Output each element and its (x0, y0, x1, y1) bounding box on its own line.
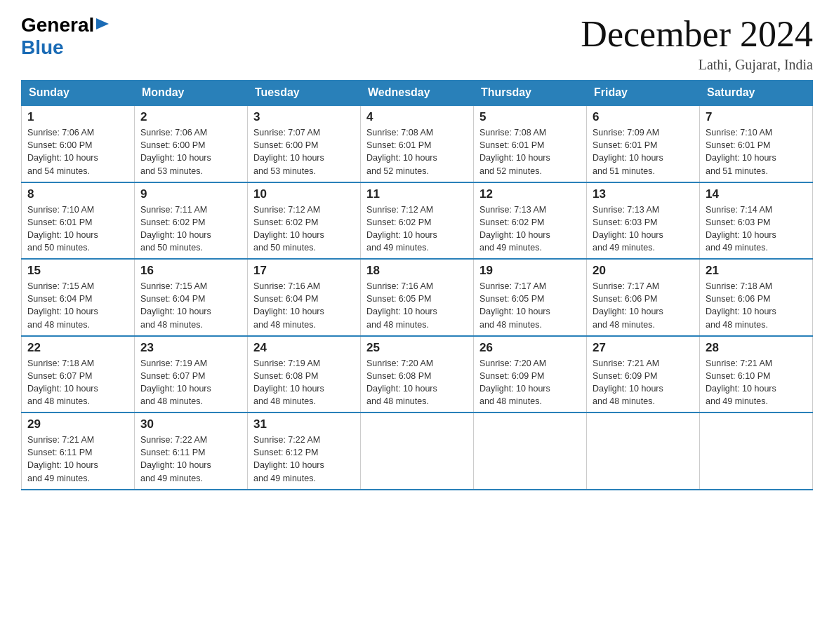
day-info: Sunrise: 7:22 AMSunset: 6:12 PMDaylight:… (253, 434, 355, 485)
day-info: Sunrise: 7:08 AMSunset: 6:01 PMDaylight:… (366, 126, 468, 177)
table-row: 27Sunrise: 7:21 AMSunset: 6:09 PMDayligh… (587, 336, 700, 413)
table-row: 16Sunrise: 7:15 AMSunset: 6:04 PMDayligh… (135, 259, 248, 336)
day-number: 20 (593, 264, 694, 278)
day-info: Sunrise: 7:13 AMSunset: 6:02 PMDaylight:… (479, 203, 581, 255)
day-info: Sunrise: 7:17 AMSunset: 6:06 PMDaylight:… (593, 280, 694, 331)
week-row-1: 1Sunrise: 7:06 AMSunset: 6:00 PMDaylight… (22, 105, 813, 182)
day-info: Sunrise: 7:16 AMSunset: 6:04 PMDaylight:… (253, 280, 355, 331)
table-row: 24Sunrise: 7:19 AMSunset: 6:08 PMDayligh… (248, 336, 361, 413)
table-row: 30Sunrise: 7:22 AMSunset: 6:11 PMDayligh… (135, 412, 248, 490)
day-info: Sunrise: 7:15 AMSunset: 6:04 PMDaylight:… (27, 280, 128, 331)
title-section: December 2024 Lathi, Gujarat, India (581, 14, 813, 73)
header-thursday: Thursday (474, 81, 587, 106)
week-row-5: 29Sunrise: 7:21 AMSunset: 6:11 PMDayligh… (22, 412, 813, 490)
table-row (587, 412, 700, 490)
day-number: 14 (706, 187, 807, 201)
day-info: Sunrise: 7:18 AMSunset: 6:07 PMDaylight:… (27, 357, 128, 408)
day-number: 10 (253, 187, 355, 201)
table-row: 11Sunrise: 7:12 AMSunset: 6:02 PMDayligh… (361, 182, 474, 260)
day-number: 21 (706, 264, 807, 278)
week-row-3: 15Sunrise: 7:15 AMSunset: 6:04 PMDayligh… (22, 259, 813, 336)
table-row: 8Sunrise: 7:10 AMSunset: 6:01 PMDaylight… (22, 182, 135, 260)
day-info: Sunrise: 7:14 AMSunset: 6:03 PMDaylight:… (706, 203, 807, 255)
day-info: Sunrise: 7:06 AMSunset: 6:00 PMDaylight:… (27, 126, 128, 177)
day-info: Sunrise: 7:22 AMSunset: 6:11 PMDaylight:… (140, 434, 241, 485)
day-info: Sunrise: 7:16 AMSunset: 6:05 PMDaylight:… (366, 280, 468, 331)
table-row (474, 412, 587, 490)
logo-blue: Blue (21, 36, 64, 58)
header-monday: Monday (135, 81, 248, 106)
logo-triangle-icon (96, 17, 110, 31)
logo-general: General (21, 14, 94, 36)
week-row-2: 8Sunrise: 7:10 AMSunset: 6:01 PMDaylight… (22, 182, 813, 260)
day-number: 4 (366, 110, 468, 124)
day-info: Sunrise: 7:21 AMSunset: 6:11 PMDaylight:… (27, 434, 128, 485)
day-number: 1 (27, 110, 128, 124)
table-row: 29Sunrise: 7:21 AMSunset: 6:11 PMDayligh… (22, 412, 135, 490)
day-number: 2 (140, 110, 241, 124)
table-row: 5Sunrise: 7:08 AMSunset: 6:01 PMDaylight… (474, 105, 587, 182)
table-row: 19Sunrise: 7:17 AMSunset: 6:05 PMDayligh… (474, 259, 587, 336)
day-number: 23 (140, 341, 241, 355)
table-row: 13Sunrise: 7:13 AMSunset: 6:03 PMDayligh… (587, 182, 700, 260)
day-number: 27 (593, 341, 694, 355)
day-number: 7 (706, 110, 807, 124)
day-info: Sunrise: 7:06 AMSunset: 6:00 PMDaylight:… (140, 126, 241, 177)
table-row: 7Sunrise: 7:10 AMSunset: 6:01 PMDaylight… (700, 105, 813, 182)
table-row (700, 412, 813, 490)
day-info: Sunrise: 7:11 AMSunset: 6:02 PMDaylight:… (140, 203, 241, 255)
table-row: 20Sunrise: 7:17 AMSunset: 6:06 PMDayligh… (587, 259, 700, 336)
table-row: 17Sunrise: 7:16 AMSunset: 6:04 PMDayligh… (248, 259, 361, 336)
week-row-4: 22Sunrise: 7:18 AMSunset: 6:07 PMDayligh… (22, 336, 813, 413)
month-title: December 2024 (581, 14, 813, 54)
day-info: Sunrise: 7:20 AMSunset: 6:08 PMDaylight:… (366, 357, 468, 408)
header-wednesday: Wednesday (361, 81, 474, 106)
table-row: 6Sunrise: 7:09 AMSunset: 6:01 PMDaylight… (587, 105, 700, 182)
day-number: 17 (253, 264, 355, 278)
page-header: General Blue December 2024 Lathi, Gujara… (21, 14, 813, 73)
day-info: Sunrise: 7:18 AMSunset: 6:06 PMDaylight:… (706, 280, 807, 331)
table-row: 22Sunrise: 7:18 AMSunset: 6:07 PMDayligh… (22, 336, 135, 413)
table-row: 21Sunrise: 7:18 AMSunset: 6:06 PMDayligh… (700, 259, 813, 336)
table-row: 9Sunrise: 7:11 AMSunset: 6:02 PMDaylight… (135, 182, 248, 260)
svg-marker-0 (96, 18, 109, 29)
day-number: 25 (366, 341, 468, 355)
table-row: 1Sunrise: 7:06 AMSunset: 6:00 PMDaylight… (22, 105, 135, 182)
day-info: Sunrise: 7:12 AMSunset: 6:02 PMDaylight:… (253, 203, 355, 255)
day-number: 11 (366, 187, 468, 201)
day-info: Sunrise: 7:20 AMSunset: 6:09 PMDaylight:… (479, 357, 581, 408)
day-info: Sunrise: 7:19 AMSunset: 6:08 PMDaylight:… (253, 357, 355, 408)
day-info: Sunrise: 7:10 AMSunset: 6:01 PMDaylight:… (706, 126, 807, 177)
day-number: 19 (479, 264, 581, 278)
weekday-header-row: Sunday Monday Tuesday Wednesday Thursday… (22, 81, 813, 106)
day-info: Sunrise: 7:17 AMSunset: 6:05 PMDaylight:… (479, 280, 581, 331)
day-number: 30 (140, 417, 241, 431)
day-number: 6 (593, 110, 694, 124)
day-number: 8 (27, 187, 128, 201)
table-row: 10Sunrise: 7:12 AMSunset: 6:02 PMDayligh… (248, 182, 361, 260)
table-row: 2Sunrise: 7:06 AMSunset: 6:00 PMDaylight… (135, 105, 248, 182)
table-row: 3Sunrise: 7:07 AMSunset: 6:00 PMDaylight… (248, 105, 361, 182)
day-number: 15 (27, 264, 128, 278)
day-info: Sunrise: 7:07 AMSunset: 6:00 PMDaylight:… (253, 126, 355, 177)
logo: General Blue (21, 14, 110, 59)
day-info: Sunrise: 7:15 AMSunset: 6:04 PMDaylight:… (140, 280, 241, 331)
table-row: 15Sunrise: 7:15 AMSunset: 6:04 PMDayligh… (22, 259, 135, 336)
table-row: 12Sunrise: 7:13 AMSunset: 6:02 PMDayligh… (474, 182, 587, 260)
header-friday: Friday (587, 81, 700, 106)
day-number: 18 (366, 264, 468, 278)
day-number: 13 (593, 187, 694, 201)
day-info: Sunrise: 7:09 AMSunset: 6:01 PMDaylight:… (593, 126, 694, 177)
table-row (361, 412, 474, 490)
day-info: Sunrise: 7:12 AMSunset: 6:02 PMDaylight:… (366, 203, 468, 255)
day-info: Sunrise: 7:19 AMSunset: 6:07 PMDaylight:… (140, 357, 241, 408)
day-number: 22 (27, 341, 128, 355)
day-number: 16 (140, 264, 241, 278)
day-info: Sunrise: 7:21 AMSunset: 6:10 PMDaylight:… (706, 357, 807, 408)
day-number: 26 (479, 341, 581, 355)
header-sunday: Sunday (22, 81, 135, 106)
table-row: 4Sunrise: 7:08 AMSunset: 6:01 PMDaylight… (361, 105, 474, 182)
day-number: 12 (479, 187, 581, 201)
table-row: 23Sunrise: 7:19 AMSunset: 6:07 PMDayligh… (135, 336, 248, 413)
day-number: 31 (253, 417, 355, 431)
